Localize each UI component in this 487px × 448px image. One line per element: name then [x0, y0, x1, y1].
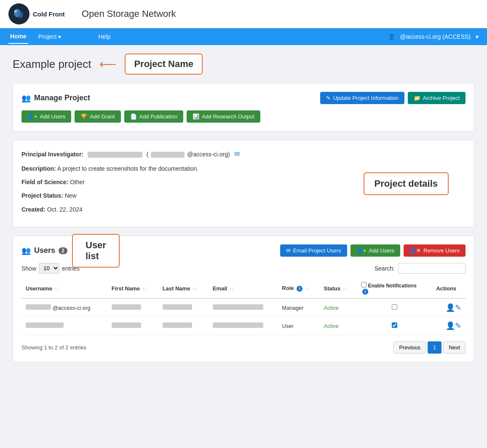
next-button[interactable]: Next — [443, 341, 466, 354]
svg-point-3 — [14, 10, 17, 13]
col-actions: Actions — [432, 279, 466, 298]
manage-project-header: 👥 Manage Project ✎ Update Project Inform… — [21, 92, 466, 104]
trophy-icon: 🏆 — [80, 113, 87, 120]
sort-icon-email[interactable]: ↑↓ — [230, 287, 234, 291]
site-title: Open Storage Network — [82, 8, 176, 19]
users-header: 👥 Users 2 User list ✉ Email Project User… — [21, 244, 466, 257]
nav-project[interactable]: Project ▾ — [37, 30, 63, 43]
edit-user-icon-1[interactable]: 👤✎ — [446, 303, 461, 312]
enable-notif-header-checkbox[interactable] — [361, 282, 367, 287]
project-title-area: Example project ⟵ Project Name — [13, 54, 474, 75]
first-name-redacted-1 — [112, 304, 141, 310]
add-publication-button[interactable]: 📄 Add Publication — [124, 110, 183, 123]
remove-users-button[interactable]: 👤✕ Remove Users — [404, 244, 466, 257]
update-project-button[interactable]: ✎ Update Project Information — [320, 92, 404, 104]
users-title: 👥 Users 2 User list — [21, 246, 67, 255]
nav-help[interactable]: Help — [96, 30, 112, 43]
email-project-users-button[interactable]: ✉ Email Project Users — [280, 244, 347, 257]
user-list-annotation-box: User list — [72, 234, 120, 268]
chevron-down-icon: ▾ — [58, 33, 61, 40]
current-page-button[interactable]: 1 — [428, 341, 442, 354]
last-name-redacted-1 — [163, 304, 192, 310]
manage-icon: 👥 — [21, 94, 31, 103]
sort-icon-last-name[interactable]: ↑↓ — [193, 287, 197, 291]
status-value: New — [65, 192, 77, 199]
logo-text: Cold Front — [33, 11, 65, 18]
logo-area: Cold Front — [8, 3, 65, 24]
remove-user-icon: 👤✕ — [409, 247, 421, 254]
status-label: Project Status: — [21, 192, 63, 199]
edit-icon: ✎ — [326, 95, 331, 101]
add-research-output-button[interactable]: 📊 Add Research Output — [187, 110, 260, 123]
nav-home[interactable]: Home — [8, 30, 28, 44]
action-buttons-row: 👤+ Add Users 🏆 Add Grant 📄 Add Publicati… — [21, 110, 466, 123]
pagination-buttons: Previous 1 Next — [393, 341, 466, 354]
row1-status: Active — [320, 298, 357, 317]
pi-label: Principal Investigator: — [21, 151, 83, 158]
search-label: Search: — [375, 265, 395, 272]
row2-actions: 👤✎ — [432, 317, 466, 335]
users-icon: 👥 — [21, 246, 31, 255]
manage-project-actions: ✎ Update Project Information 📁 Archive P… — [320, 92, 466, 104]
table-row: User Active 👤✎ — [21, 317, 466, 335]
row1-first-name — [107, 298, 158, 317]
annotation-arrow: ⟵ — [99, 57, 116, 71]
col-status: Status ↑↓ — [320, 279, 357, 298]
sort-icon-username[interactable]: ↑↓ — [55, 287, 59, 291]
logo-brand: Cold Front — [33, 11, 65, 18]
user-count-badge: 2 — [59, 247, 67, 254]
row2-last-name — [158, 317, 209, 335]
created-value: Oct. 22, 2024 — [47, 206, 83, 213]
table-body: @access-ci.org Manager Active — [21, 298, 466, 335]
entries-select[interactable]: 10 25 50 — [39, 263, 59, 274]
table-head: Username ↑↓ First Name ↑↓ Last Name ↑↓ E… — [21, 279, 466, 298]
svg-point-2 — [18, 11, 23, 18]
description-label: Description: — [21, 165, 56, 172]
notif-info-icon: i — [362, 289, 368, 295]
row2-email — [209, 317, 278, 335]
status-active-1: Active — [324, 305, 339, 311]
sort-icon-status[interactable]: ↑↓ — [343, 287, 347, 291]
edit-user-icon-2[interactable]: 👤✎ — [446, 322, 461, 330]
person-icon: 👤 — [388, 33, 395, 40]
project-title: Example project — [13, 58, 91, 71]
role-info-icon: i — [297, 286, 302, 292]
users-card: 👥 Users 2 User list ✉ Email Project User… — [13, 236, 474, 362]
add-users-table-button[interactable]: 👤+ Add Users — [351, 244, 400, 257]
username-redacted-1 — [26, 304, 51, 310]
sort-icon-role[interactable]: ↑↓ — [305, 286, 309, 291]
search-input[interactable] — [398, 263, 466, 274]
username-suffix-1: @access-ci.org — [53, 305, 91, 311]
research-icon: 📊 — [193, 113, 199, 120]
row1-last-name — [158, 298, 209, 317]
archive-icon: 📁 — [414, 95, 420, 101]
archive-project-button[interactable]: 📁 Archive Project — [408, 92, 466, 104]
col-enable-notif: Enable Notifications i — [357, 279, 432, 298]
field-label: Field of Science: — [21, 179, 68, 185]
add-grant-button[interactable]: 🏆 Add Grant — [75, 110, 120, 123]
email-redacted-1 — [213, 304, 263, 310]
col-first-name: First Name ↑↓ — [107, 279, 158, 298]
created-row: Created: Oct. 22, 2024 — [21, 205, 466, 214]
table-row: @access-ci.org Manager Active — [21, 298, 466, 317]
add-users-button[interactable]: 👤+ Add Users — [21, 110, 71, 123]
row1-username: @access-ci.org — [21, 298, 107, 317]
col-role: Role i ↑↓ — [278, 279, 319, 298]
table-header-row: Username ↑↓ First Name ↑↓ Last Name ↑↓ E… — [21, 279, 466, 298]
notif-checkbox-2[interactable] — [392, 322, 397, 328]
notif-checkbox-1[interactable] — [392, 304, 397, 310]
field-value: Other — [70, 179, 85, 185]
row1-role: Manager — [278, 298, 319, 317]
pi-email-redacted — [151, 152, 185, 158]
pi-name-redacted — [88, 152, 142, 158]
row2-notifications — [357, 317, 432, 335]
project-name-annotation-box: Project Name — [125, 54, 203, 75]
show-entries: Show 10 25 50 entries — [21, 263, 80, 274]
users-actions: ✉ Email Project Users 👤+ Add Users 👤✕ Re… — [280, 244, 466, 257]
nav-user-label: @access-ci.org (ACCESS) — [400, 33, 471, 40]
sort-icon-first-name[interactable]: ↑↓ — [142, 287, 147, 291]
show-label: Show — [21, 265, 36, 272]
previous-button[interactable]: Previous — [393, 341, 426, 354]
add-user-icon: 👤+ — [27, 113, 37, 120]
email-icon[interactable]: ✉ — [234, 150, 240, 158]
